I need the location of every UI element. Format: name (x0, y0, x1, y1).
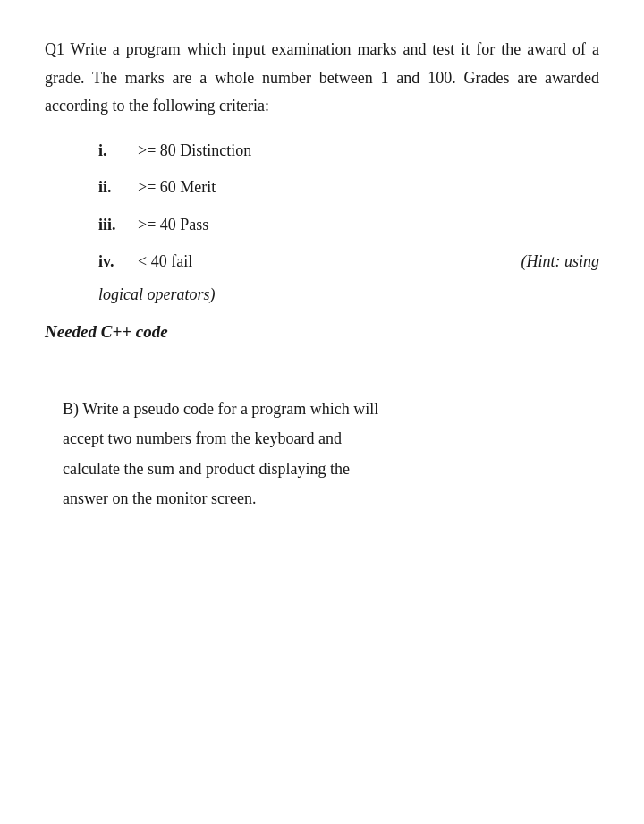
section-b-text: B) Write a pseudo code for a program whi… (63, 395, 599, 514)
logical-operators-text: logical operators) (98, 285, 599, 304)
section-b-line-4: answer on the monitor screen. (63, 485, 599, 514)
q1-intro-text: Q1 Write a program which input examinati… (45, 36, 599, 121)
criteria-value-2: >= 60 Merit (138, 174, 216, 202)
needed-code-label: Needed C++ code (45, 322, 599, 342)
criteria-item-4: iv. < 40 fail (98, 248, 192, 276)
criteria-label-1: i. (98, 137, 134, 166)
criteria-value-3: >= 40 Pass (138, 211, 208, 240)
question-1-block: Q1 Write a program which input examinati… (45, 36, 599, 342)
criteria-list: i. >= 80 Distinction ii. >= 60 Merit iii… (98, 137, 599, 276)
criteria-item-3: iii. >= 40 Pass (98, 211, 599, 240)
section-b-line-2: accept two numbers from the keyboard and (63, 425, 599, 454)
section-b-block: B) Write a pseudo code for a program whi… (63, 395, 599, 514)
criteria-label-3: iii. (98, 211, 134, 240)
criteria-item-1: i. >= 80 Distinction (98, 137, 599, 166)
criteria-item-4-row: iv. < 40 fail (Hint: using (98, 248, 599, 276)
criteria-item-2: ii. >= 60 Merit (98, 174, 599, 202)
criteria-value-4: < 40 fail (138, 248, 192, 276)
hint-text: (Hint: using (468, 252, 600, 271)
criteria-value-1: >= 80 Distinction (138, 137, 251, 166)
criteria-label-2: ii. (98, 174, 134, 202)
section-b-line-3: calculate the sum and product displaying… (63, 455, 599, 484)
section-b-line-1: B) Write a pseudo code for a program whi… (63, 395, 599, 424)
criteria-label-4: iv. (98, 248, 134, 276)
